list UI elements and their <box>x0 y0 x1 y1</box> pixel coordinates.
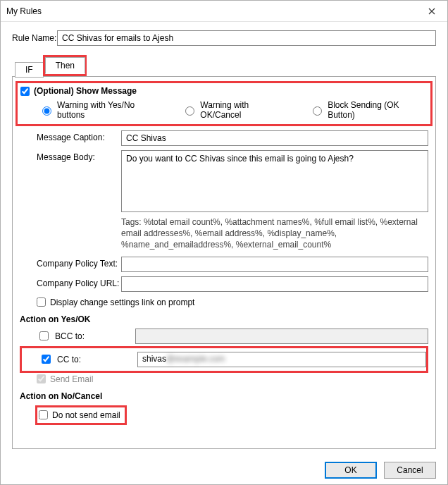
bcc-label: BCC to: <box>55 331 85 341</box>
radio-block-sending-input[interactable] <box>313 106 322 116</box>
radio-warning-okcancel-label: Warning with OK/Cancel <box>200 100 291 120</box>
message-body-row: Message Body: <box>20 150 428 212</box>
radio-block-sending[interactable]: Block Sending (OK Button) <box>309 100 428 120</box>
message-body-input[interactable] <box>121 150 428 212</box>
warning-type-radios: Warning with Yes/No buttons Warning with… <box>20 97 428 121</box>
cc-checkbox[interactable] <box>42 355 51 364</box>
send-email-checkbox <box>37 374 46 383</box>
tab-if[interactable]: IF <box>15 62 44 78</box>
message-caption-row: Message Caption: <box>20 130 428 146</box>
display-link-row: Display change settings link on prompt <box>20 297 428 307</box>
cc-row: CC to: shivas@example.com <box>22 352 426 367</box>
radio-warning-yesno-input[interactable] <box>42 106 51 116</box>
highlight-then-tab: Then <box>43 55 87 76</box>
close-icon <box>428 8 435 15</box>
highlight-do-not-send: Do not send email <box>35 405 127 425</box>
bcc-input[interactable] <box>135 329 428 344</box>
policy-text-label: Company Policy Text: <box>37 257 121 269</box>
display-link-label: Display change settings link on prompt <box>50 297 194 307</box>
action-yes-heading: Action on Yes/OK <box>20 314 428 324</box>
tab-if-label: IF <box>25 65 33 75</box>
display-link-checkbox[interactable] <box>37 297 46 307</box>
tab-then[interactable]: Then <box>45 57 85 74</box>
policy-url-row: Company Policy URL: <box>20 276 428 292</box>
policy-text-input[interactable] <box>121 257 428 272</box>
dialog-footer: OK Cancel <box>1 455 447 484</box>
rule-name-row: Rule Name: <box>12 30 436 46</box>
tabs: IF Then <box>12 56 436 77</box>
cc-input[interactable] <box>137 352 426 367</box>
radio-warning-okcancel-input[interactable] <box>185 106 194 116</box>
title-bar: My Rules <box>1 1 447 22</box>
radio-warning-yesno-label: Warning with Yes/No buttons <box>57 100 163 120</box>
dialog-body: Rule Name: IF Then (Optional) Show Messa… <box>1 22 447 455</box>
policy-url-label: Company Policy URL: <box>37 276 121 288</box>
rule-name-label: Rule Name: <box>12 33 57 43</box>
message-caption-label: Message Caption: <box>37 130 121 142</box>
send-email-row: Send Email <box>20 374 428 384</box>
show-message-checkbox[interactable] <box>20 87 30 96</box>
message-body-label: Message Body: <box>37 150 121 162</box>
window-title: My Rules <box>6 6 416 16</box>
bcc-checkbox[interactable] <box>39 331 49 340</box>
policy-url-input[interactable] <box>121 276 428 292</box>
rule-name-input[interactable] <box>57 30 436 46</box>
radio-block-sending-label: Block Sending (OK Button) <box>328 100 428 120</box>
close-button[interactable] <box>416 1 447 21</box>
ok-button[interactable]: OK <box>325 462 377 479</box>
radio-warning-yesno[interactable]: Warning with Yes/No buttons <box>39 100 163 120</box>
do-not-send-row: Do not send email <box>39 410 120 420</box>
tags-hint: Tags: %total email count%, %attachment n… <box>20 216 428 251</box>
cancel-button[interactable]: Cancel <box>384 462 436 479</box>
highlight-cc-row: CC to: shivas@example.com <box>20 346 428 373</box>
cc-label: CC to: <box>57 355 81 364</box>
highlight-show-message: (Optional) Show Message Warning with Yes… <box>15 81 433 126</box>
action-no-heading: Action on No/Cancel <box>20 391 428 401</box>
bcc-row: BCC to: <box>20 329 428 344</box>
send-email-label: Send Email <box>50 374 93 384</box>
radio-warning-okcancel[interactable]: Warning with OK/Cancel <box>182 100 291 120</box>
policy-text-row: Company Policy Text: <box>20 257 428 272</box>
do-not-send-label: Do not send email <box>52 410 120 420</box>
tab-then-label: Then <box>56 61 75 70</box>
message-caption-input[interactable] <box>121 130 428 146</box>
do-not-send-checkbox[interactable] <box>39 410 48 419</box>
dialog-window: My Rules Rule Name: IF Then (Optional) S… <box>0 0 448 485</box>
show-message-row: (Optional) Show Message <box>20 86 428 96</box>
then-panel: (Optional) Show Message Warning with Yes… <box>12 76 436 449</box>
show-message-label: (Optional) Show Message <box>34 86 137 96</box>
